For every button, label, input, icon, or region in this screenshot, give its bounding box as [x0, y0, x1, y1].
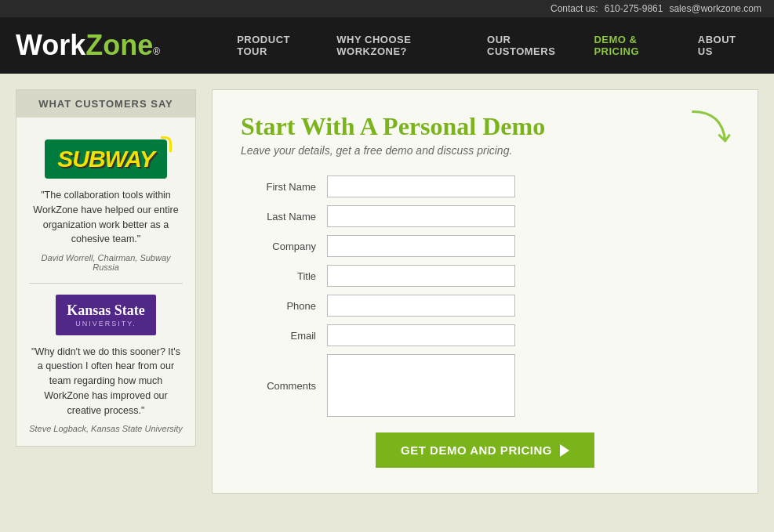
- title-label: Title: [241, 270, 327, 282]
- phone-input[interactable]: [327, 295, 515, 317]
- submit-row: GET DEMO AND PRICING: [241, 432, 729, 468]
- subway-logo: SUBWAY: [45, 139, 166, 179]
- first-name-input[interactable]: [327, 176, 515, 197]
- logo-zone: Zone: [85, 29, 153, 62]
- title-input[interactable]: [327, 265, 515, 287]
- phone-row: Phone: [241, 295, 729, 317]
- last-name-row: Last Name: [241, 205, 729, 227]
- last-name-input[interactable]: [327, 205, 515, 227]
- ksu-logo-box: Kansas State UNIVERSITY.: [29, 295, 183, 335]
- email-label: Email: [241, 330, 327, 342]
- phone-label: Phone: [241, 300, 327, 312]
- first-name-row: First Name: [241, 176, 729, 197]
- email-input[interactable]: [327, 324, 515, 346]
- ksu-author: Steve Logback, Kansas State University: [29, 424, 183, 433]
- sidebar-divider: [29, 283, 183, 284]
- logo[interactable]: WorkZone®: [16, 29, 160, 62]
- subway-logo-text: SUBWAY: [57, 146, 154, 172]
- nav-demo-pricing[interactable]: DEMO & PRICING: [580, 34, 683, 57]
- submit-button[interactable]: GET DEMO AND PRICING: [376, 432, 594, 468]
- subway-logo-box: SUBWAY: [29, 139, 183, 179]
- sidebar-content: SUBWAY "The collaboration tools within W…: [16, 118, 195, 446]
- nav-about-us[interactable]: ABOUT US: [684, 34, 758, 57]
- nav-product-tour[interactable]: PRODUCT TOUR: [223, 34, 322, 57]
- submit-arrow-icon: [560, 444, 569, 457]
- header: WorkZone® PRODUCT TOUR WHY CHOOSE WORKZO…: [0, 17, 774, 74]
- sidebar-title: WHAT CUSTOMERS SAY: [16, 90, 195, 118]
- company-input[interactable]: [327, 235, 515, 257]
- company-row: Company: [241, 235, 729, 257]
- main-nav: PRODUCT TOUR WHY CHOOSE WORKZONE? OUR CU…: [223, 34, 758, 57]
- nav-why-choose[interactable]: WHY CHOOSE WORKZONE?: [322, 34, 473, 57]
- comments-label: Comments: [241, 380, 327, 392]
- company-label: Company: [241, 241, 327, 252]
- arrow-decoration-icon: [687, 106, 734, 153]
- main-content: WHAT CUSTOMERS SAY SUBWAY "The collabora…: [0, 74, 774, 509]
- logo-tm: ®: [153, 46, 160, 57]
- submit-label: GET DEMO AND PRICING: [401, 443, 552, 457]
- logo-work: Work: [16, 29, 85, 62]
- email-row: Email: [241, 324, 729, 346]
- first-name-label: First Name: [241, 181, 327, 193]
- ksu-logo-subtext: UNIVERSITY.: [67, 320, 145, 328]
- demo-form: First Name Last Name Company Title Phone…: [241, 176, 729, 468]
- form-title: Start With A Personal Demo: [241, 112, 729, 141]
- contact-label: Contact us:: [551, 3, 598, 14]
- subway-arc-icon: [161, 136, 172, 152]
- comments-row: Comments: [241, 354, 729, 417]
- comments-textarea[interactable]: [327, 354, 515, 417]
- last-name-label: Last Name: [241, 211, 327, 223]
- email-address: sales@workzone.com: [669, 3, 761, 14]
- title-row: Title: [241, 265, 729, 287]
- phone-number: 610-275-9861: [605, 3, 663, 14]
- ksu-logo: Kansas State UNIVERSITY.: [56, 295, 156, 335]
- top-bar: Contact us: 610-275-9861 sales@workzone.…: [0, 0, 774, 17]
- subway-testimonial: "The collaboration tools within WorkZone…: [29, 188, 183, 247]
- subway-author: David Worrell, Chairman, Subway Russia: [29, 253, 183, 272]
- form-area: Start With A Personal Demo Leave your de…: [212, 89, 758, 494]
- ksu-logo-text: Kansas State: [67, 302, 145, 320]
- ksu-testimonial: "Why didn't we do this sooner? It's a qu…: [29, 345, 183, 418]
- nav-our-customers[interactable]: OUR CUSTOMERS: [473, 34, 580, 57]
- form-subtitle: Leave your details, get a free demo and …: [241, 144, 729, 157]
- sidebar: WHAT CUSTOMERS SAY SUBWAY "The collabora…: [16, 89, 196, 447]
